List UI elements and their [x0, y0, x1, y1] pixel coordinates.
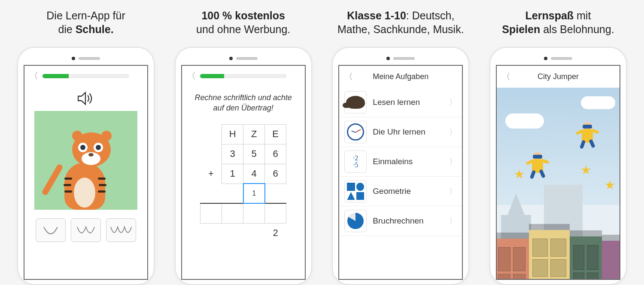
back-button[interactable]: 〈	[344, 71, 353, 83]
task-item-uhr[interactable]: Die Uhr lernen 〉	[339, 117, 462, 147]
audio-button[interactable]	[24, 90, 147, 107]
house	[497, 239, 529, 280]
phone-mockup-1: 〈	[17, 47, 155, 285]
caption-2: 100 % kostenlos und ohne Werbung.	[196, 6, 290, 38]
hero-character	[527, 152, 548, 178]
screen-1: 〈	[24, 65, 148, 280]
back-button[interactable]: 〈	[30, 70, 38, 82]
progress-bar	[200, 74, 287, 78]
fraction-icon	[344, 210, 367, 232]
chevron-right-icon: 〉	[449, 127, 457, 137]
instruction-text: Rechne schriftlich und achte auf den Übe…	[182, 86, 305, 120]
caption-1: Die Lern-App für die Schule.	[46, 6, 125, 38]
game-title: City Jumper	[515, 72, 601, 81]
shapes-icon	[344, 180, 367, 202]
screen-2: 〈 Rechne schriftlich und achte auf den Ü…	[181, 65, 306, 280]
house	[602, 241, 620, 280]
col-header-e: E	[265, 124, 286, 144]
result-digit[interactable]: 2	[265, 223, 286, 243]
back-button[interactable]: 〈	[502, 71, 510, 83]
promo-panel-1: Die Lern-App für die Schule. 〈	[9, 0, 163, 285]
phone-mockup-4: 〈 City Jumper ★ ★ ★	[489, 47, 627, 285]
chevron-right-icon: 〉	[449, 97, 457, 107]
clock-icon	[344, 121, 367, 143]
task-item-geometrie[interactable]: Geometrie 〉	[339, 177, 462, 206]
game-scene[interactable]: ★ ★ ★	[497, 88, 620, 280]
hero-character	[577, 122, 598, 148]
screen-3: 〈 Meine Aufgaben Lesen lernen 〉 Die Uhr …	[338, 65, 463, 280]
phone-mockup-3: 〈 Meine Aufgaben Lesen lernen 〉 Die Uhr …	[332, 47, 469, 285]
task-list: Lesen lernen 〉 Die Uhr lernen 〉 ·2·5 Ein…	[339, 88, 462, 236]
task-item-lesen[interactable]: Lesen lernen 〉	[339, 88, 462, 117]
chevron-right-icon: 〉	[449, 216, 457, 226]
promo-panel-2: 100 % kostenlos und ohne Werbung. 〈 Rech…	[166, 0, 321, 285]
syllable-option-3[interactable]	[106, 218, 136, 242]
operator: +	[200, 164, 222, 184]
task-item-einmaleins[interactable]: ·2·5 Einmaleins 〉	[339, 147, 462, 177]
star-icon: ★	[605, 178, 615, 192]
screen-title: Meine Aufgaben	[357, 72, 444, 81]
calc-grid: HZE 356 +146 1 2	[200, 124, 286, 243]
col-header-z: Z	[243, 124, 265, 144]
cloud-icon	[505, 113, 544, 129]
hedgehog-icon	[344, 91, 367, 113]
carry-cell[interactable]: 1	[243, 184, 265, 203]
cloud-icon	[581, 96, 615, 109]
promo-panel-3: Klasse 1-10: Deutsch, Mathe, Sachkunde, …	[323, 0, 478, 285]
chevron-right-icon: 〉	[449, 186, 457, 196]
phone-mockup-2: 〈 Rechne schriftlich und achte auf den Ü…	[175, 47, 312, 285]
chevron-right-icon: 〉	[449, 156, 457, 167]
syllable-option-2[interactable]	[71, 218, 101, 242]
screen-4: 〈 City Jumper ★ ★ ★	[496, 65, 620, 280]
star-icon: ★	[580, 163, 591, 177]
caption-4: Lernspaß mit Spielen als Belohnung.	[502, 6, 614, 38]
house	[529, 230, 570, 280]
promo-panel-4: Lernspaß mit Spielen als Belohnung. 〈 Ci…	[481, 0, 635, 285]
caption-3: Klasse 1-10: Deutsch, Mathe, Sachkunde, …	[337, 6, 464, 38]
task-item-bruch[interactable]: Bruchrechnen 〉	[339, 206, 462, 236]
col-header-h: H	[222, 124, 243, 144]
house	[570, 236, 602, 280]
numbers-icon: ·2·5	[344, 150, 367, 173]
image-card-tiger	[34, 111, 137, 210]
star-icon: ★	[514, 167, 525, 181]
back-button[interactable]: 〈	[187, 70, 196, 82]
progress-bar	[43, 74, 129, 78]
syllable-option-1[interactable]	[36, 218, 66, 242]
